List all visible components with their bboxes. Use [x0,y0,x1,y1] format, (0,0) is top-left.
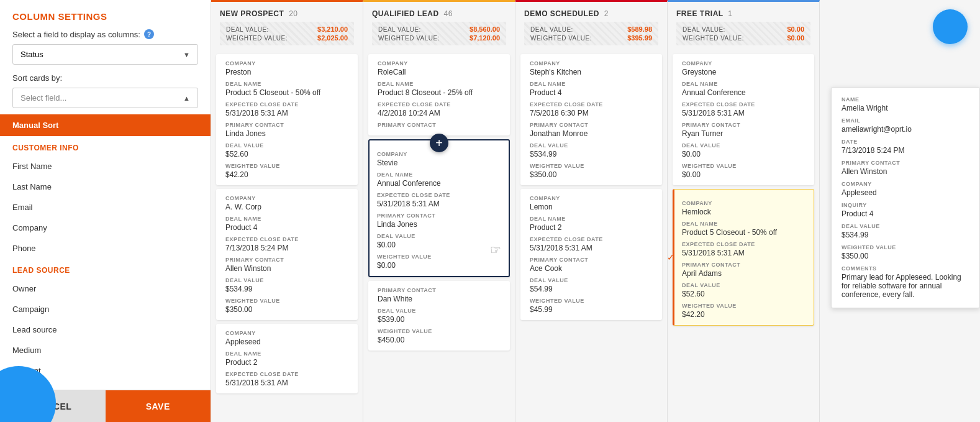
deal-value-label: DEAL VALUE [530,142,655,149]
column-new-prospect: NEW PROSPECT 20 DEAL VALUE: $3,210.00 WE… [211,0,363,422]
card-new-prospect-2[interactable]: COMPANY A. W. Corp DEAL NAME Product 4 E… [216,189,358,320]
card-qualified-1[interactable]: COMPANY RoleCall DEAL NAME Product 8 Clo… [368,54,510,135]
list-item-phone[interactable]: Phone [0,238,211,259]
company-value: A. W. Corp [225,203,350,211]
sort-select-placeholder: Select field... [20,93,66,103]
detail-inquiry-label: INQUIRY [842,202,969,208]
card-free-trial-2-yellow[interactable]: ✓ COMPANY Hemlock DEAL NAME Product 5 Cl… [673,189,814,326]
close-date-label: EXPECTED CLOSE DATE [530,101,655,108]
panel-list: CUSTOMER INFO First Name Last Name Email… [0,136,211,390]
card-new-prospect-3[interactable]: COMPANY Appleseed DEAL NAME Product 2 EX… [216,324,358,393]
detail-weighted-value: $350.00 [842,252,969,260]
list-item-lead-source[interactable]: Lead source [0,319,211,340]
close-date-value: 5/31/2018 5:31 AM [682,249,806,257]
close-date-value: 5/31/2018 5:31 AM [377,200,501,208]
chevron-down-icon: ▼ [183,51,190,58]
list-item-campaign[interactable]: Campaign [0,299,211,319]
col-count-new-prospect: 20 [289,9,297,18]
company-label: COMPANY [530,60,655,67]
detail-name-value: Amelia Wright [842,104,969,112]
col-title-free-trial: FREE TRIAL 1 [676,9,810,18]
weighted-value: $350.00 [530,170,655,179]
company-value: Stevie [377,158,501,167]
contact-label: PRIMARY CONTACT [225,122,350,128]
contact-value: Linda Jones [225,129,350,138]
deal-name-label: DEAL NAME [682,81,807,87]
contact-value: Ace Cook [530,264,655,273]
add-card-button[interactable]: + [430,134,448,152]
company-value: Steph's Kitchen [530,68,655,76]
card-qualified-2-drag[interactable]: + COMPANY Stevie DEAL NAME Annual Confer… [368,139,510,277]
company-label: COMPANY [225,330,350,336]
deal-value-value: $52.60 [225,150,350,158]
sort-select-dropdown[interactable]: Select field... ▲ [12,88,198,108]
card-demo-2[interactable]: COMPANY Lemon DEAL NAME Product 2 EXPECT… [520,189,662,320]
col-header-free-trial: FREE TRIAL 1 DEAL VALUE: $0.00 WEIGHTED … [668,2,819,50]
customer-info-section: CUSTOMER INFO [0,136,211,156]
deal-name-value: Product 2 [530,223,655,232]
deal-name-value: Annual Conference [682,88,807,97]
list-item-medium[interactable]: Medium [0,340,211,360]
manual-sort-item[interactable]: Manual Sort [0,114,211,136]
close-date-value: 7/13/2018 5:24 PM [225,244,350,252]
deal-value-new-prospect: $3,210.00 [317,25,348,33]
deal-name-value: Product 2 [225,358,350,367]
weighted-value: $350.00 [225,305,350,314]
company-label: COMPANY [225,195,350,201]
card-demo-1[interactable]: COMPANY Steph's Kitchen DEAL NAME Produc… [520,54,662,185]
deal-name-label: DEAL NAME [225,351,350,357]
col-stats-demo-scheduled: DEAL VALUE: $589.98 WEIGHTED VALUE: $395… [524,22,658,45]
col-title-new-prospect: NEW PROSPECT 20 [220,9,354,18]
weighted-label: WEIGHTED VALUE [378,328,502,334]
weighted-label: WEIGHTED VALUE [682,163,807,169]
deal-value-value: $0.00 [682,150,807,158]
card-free-trial-1[interactable]: COMPANY Greystone DEAL NAME Annual Confe… [673,54,814,185]
add-button-circle[interactable] [933,9,968,44]
field-select-dropdown[interactable]: Status ▼ [12,44,198,65]
list-item-company[interactable]: Company [0,218,211,238]
weighted-label: WEIGHTED VALUE [682,303,806,309]
col-header-demo-scheduled: DEMO SCHEDULED 2 DEAL VALUE: $589.98 WEI… [515,2,667,50]
detail-inquiry-value: Product 4 [842,209,969,218]
weighted-value: $45.99 [530,305,655,314]
subtitle-text: Select a field to display as columns: [12,30,140,39]
detail-name-label: NAME [842,96,969,103]
list-item-first-name[interactable]: First Name [0,156,211,177]
deal-value-value: $0.00 [377,241,501,249]
col-stats-qualified-lead: DEAL VALUE: $8,560.00 WEIGHTED VALUE: $7… [372,22,506,45]
left-panel: COLUMN SETTINGS Select a field to displa… [0,0,211,422]
card-new-prospect-1[interactable]: COMPANY Preston DEAL NAME Product 5 Clos… [216,54,358,185]
company-label: COMPANY [378,60,502,67]
list-item-last-name[interactable]: Last Name [0,177,211,197]
deal-name-label: DEAL NAME [225,81,350,87]
close-date-value: 5/31/2018 5:31 AM [225,109,350,117]
column-qualified-lead: QUALIFIED LEAD 46 DEAL VALUE: $8,560.00 … [363,0,515,422]
help-icon[interactable]: ? [144,29,154,39]
contact-value: Dan White [378,295,502,303]
deal-value-label: DEAL VALUE [378,308,502,314]
col-stats-free-trial: DEAL VALUE: $0.00 WEIGHTED VALUE: $0.00 [676,22,810,45]
company-value: RoleCall [378,68,502,76]
weighted-label: WEIGHTED VALUE [225,298,350,304]
card-qualified-3[interactable]: PRIMARY CONTACT Dan White DEAL VALUE $53… [368,281,510,351]
deal-value-value: $54.99 [530,285,655,293]
list-item-email[interactable]: Email [0,197,211,218]
detail-company-label: COMPANY [842,181,969,187]
deal-name-value: Annual Conference [377,179,501,188]
detail-contact-label: PRIMARY CONTACT [842,160,969,166]
weighted-value: $42.20 [225,170,350,179]
detail-comments-label: COMMENTS [842,265,969,272]
weighted-value-free-trial: $0.00 [787,34,804,42]
contact-label: PRIMARY CONTACT [530,257,655,263]
chevron-up-icon: ▲ [183,94,190,102]
deal-name-label: DEAL NAME [225,216,350,222]
detail-contact-value: Allen Winston [842,167,969,176]
contact-label: PRIMARY CONTACT [378,287,502,293]
save-button[interactable]: SAVE [106,390,211,422]
sort-label: Sort cards by: [12,73,198,83]
deal-value-label: DEAL VALUE [377,233,501,239]
list-item-owner[interactable]: Owner [0,278,211,299]
deal-name-value: Product 8 Closeout - 25% off [378,88,502,97]
contact-value: Jonathan Monroe [530,129,655,138]
detail-email-label: EMAIL [842,117,969,124]
